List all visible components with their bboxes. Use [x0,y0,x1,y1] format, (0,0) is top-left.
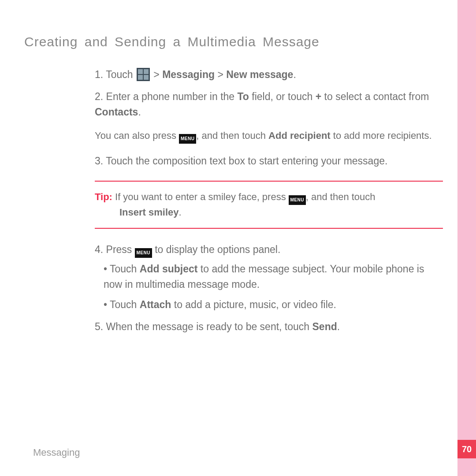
text: Touch [110,299,140,310]
step-2: 2. Enter a phone number in the To field,… [95,89,443,120]
text: field, or touch [249,91,316,102]
text: . [293,69,296,80]
bullet-item: • Touch Add subject to add the message s… [104,261,443,293]
text: Touch [110,263,140,275]
bullet-dot: • [104,263,110,275]
page-number-badge: 70 [457,440,476,458]
bold-text: Add subject [140,263,198,275]
text: > [215,69,226,80]
text: , and then touch [196,130,268,141]
apps-grid-icon [137,68,150,81]
bold-text: Insert smiley [119,207,179,218]
step-3: 3. Touch the composition text box to sta… [95,153,443,169]
text: Touch [106,69,136,80]
text: to display the options panel. [152,244,281,255]
text: , and then touch [306,191,376,202]
bold-text: + [316,91,321,102]
page-title: Creating and Sending a Multimedia Messag… [24,34,452,49]
text: > [151,69,162,80]
menu-button-icon: MENU [179,134,196,144]
svg-rect-4 [144,75,149,80]
text: . [138,106,141,118]
text: to add more recipients. [331,130,432,141]
step-number: 3. [95,155,106,167]
step-5: 5. When the message is ready to be sent,… [95,319,443,335]
bold-text: To [238,91,249,102]
step-4: 4. Press MENU to display the options pan… [95,242,443,313]
tip-label: Tip: [95,191,115,202]
bold-text: New message [226,69,293,80]
text: Press [106,244,135,255]
step-number: 1. [95,69,106,80]
footer-section-label: Messaging [33,447,80,458]
bold-text: Send [312,321,337,332]
text: to select a contact from [321,91,429,102]
page-content: Creating and Sending a Multimedia Messag… [24,34,452,341]
svg-rect-2 [144,69,149,74]
menu-button-icon: MENU [289,195,306,205]
step-number: 2. [95,91,106,102]
svg-rect-1 [138,69,143,74]
text: If you want to enter a smiley face, pres… [115,191,289,202]
svg-rect-3 [138,75,143,80]
page-sidebar [457,0,476,476]
bold-text: Add recipient [268,130,331,141]
text: Touch the composition text box to start … [106,155,387,167]
menu-button-icon: MENU [135,248,152,258]
bullet-item: • Touch Attach to add a picture, music, … [104,297,443,313]
text: Enter a phone number in the [106,91,238,102]
text: When the message is ready to be sent, to… [106,321,312,332]
text: to add a picture, music, or video file. [171,299,336,310]
tip-line2: Insert smiley. [95,205,443,220]
step-2-note: You can also press MENU, and then touch … [95,128,443,144]
steps-list: 1. Touch > Messaging > New message. 2. E… [95,67,443,335]
text: . [337,321,340,332]
tip-box: Tip: If you want to enter a smiley face,… [95,181,443,229]
step-number: 5. [95,321,106,332]
step-number: 4. [95,244,106,255]
text: . [179,207,182,218]
step-1: 1. Touch > Messaging > New message. [95,67,443,83]
bold-text: Contacts [95,106,138,118]
page-number: 70 [462,444,472,454]
step-4-bullets: • Touch Add subject to add the message s… [104,261,443,313]
bullet-dot: • [104,299,110,310]
bold-text: Messaging [162,69,215,80]
text: You can also press [95,130,179,141]
bold-text: Attach [140,299,171,310]
